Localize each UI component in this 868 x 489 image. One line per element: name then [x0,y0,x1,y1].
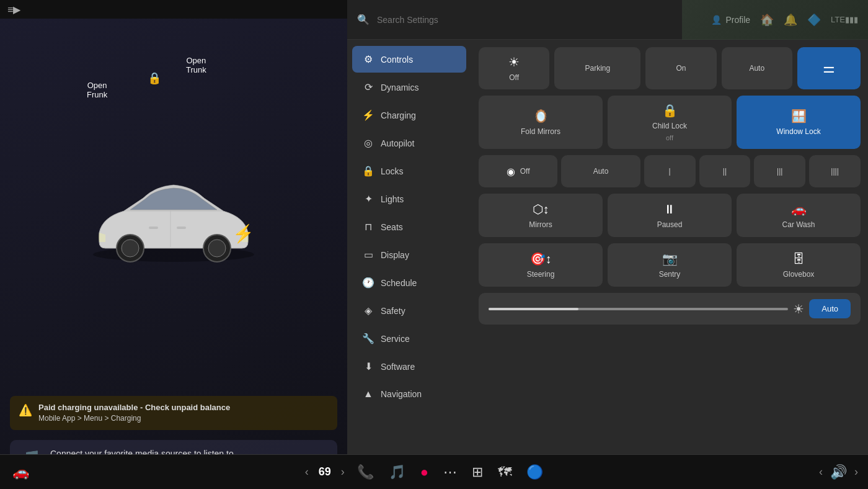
search-icon: 🔍 [357,14,370,25]
top-bar: ≡▶ [0,0,347,19]
search-input[interactable] [377,15,704,25]
wiper-speed1-btn[interactable]: | [644,155,696,187]
sidebar-item-navigation[interactable]: ▲ Navigation [352,381,466,407]
warning-banner: ⚠️ Paid charging unavailable - Check unp… [10,396,337,430]
vents-icon: ⚌ [823,60,835,76]
wiper-speed2-btn[interactable]: || [699,155,751,187]
wiper-row: ◉ Off Auto | || ||| |||| [479,155,861,187]
quick-actions-row1: ⬡↕ Mirrors ⏸ Paused 🚗 Car Wash [479,194,861,237]
glovebox-icon: 🗄 [792,252,805,266]
car-wash-icon: 🚗 [791,202,807,217]
phone-icon[interactable]: 📞 [355,462,376,483]
child-lock-icon: 🔒 [662,103,678,118]
window-lock-btn[interactable]: 🪟 Window Lock [737,96,861,149]
temp-prev-btn[interactable]: ‹ [305,465,309,478]
music-taskbar-icon[interactable]: 🎵 [386,462,408,483]
vents-icon-btn[interactable]: ⚌ [797,47,861,89]
left-panel: ≡▶ Open Trunk Open Frunk 🔒 [0,0,347,489]
display-icon: ▭ [362,249,374,261]
brightness-sun-icon: ☀ [793,302,804,316]
dynamics-label: Dynamics [381,83,418,92]
brightness-auto-btn[interactable]: Auto [809,299,851,318]
wiper-speed4-btn[interactable]: |||| [809,155,861,187]
service-label: Service [381,334,410,344]
quick-actions-row2: 🎯↕ Steering 📷 Sentry 🗄 Glovebox [479,243,861,287]
taskbar: 🚗 ‹ 69 › 📞 🎵 ● ⋯ ⊞ 🗺 🔵 ‹ 🔊 › [0,454,868,489]
steering-icon: 🎯↕ [530,251,552,266]
headlight-off-btn[interactable]: ☀ Off [479,47,549,89]
taskbar-right: ‹ 🔊 › [819,462,858,483]
open-trunk-label[interactable]: Open Trunk [186,56,206,74]
sidebar-item-dynamics[interactable]: ⟳ Dynamics [352,74,466,101]
safety-label: Safety [381,306,405,316]
headlight-on-btn[interactable]: On [645,47,716,89]
brightness-fill [489,308,578,310]
sidebar-item-charging[interactable]: ⚡ Charging [352,102,466,128]
locks-label: Locks [381,166,404,176]
sidebar-item-service[interactable]: 🔧 Service [352,325,466,352]
navigation-label: Navigation [381,389,422,399]
child-lock-btn[interactable]: 🔒 Child Lock off [608,96,732,149]
dynamics-icon: ⟳ [362,81,374,93]
software-label: Software [381,362,415,372]
headlight-row: ☀ Off Parking On Auto ⚌ [479,47,861,89]
autopilot-label: Autopilot [381,138,414,148]
mirrors-btn[interactable]: ⬡↕ Mirrors [479,194,603,237]
seats-label: Seats [381,222,403,232]
warning-icon: ⚠️ [19,403,32,417]
frunk-icon: 🔒 [148,71,161,85]
software-icon: ⬇ [362,361,374,372]
charging-badge: ⚡ [232,223,254,244]
car-wash-btn[interactable]: 🚗 Car Wash [737,194,861,237]
grid-icon[interactable]: ⊞ [469,462,485,483]
steering-btn[interactable]: 🎯↕ Steering [479,243,603,287]
sidebar-item-software[interactable]: ⬇ Software [352,353,466,380]
headlight-auto-btn[interactable]: Auto [722,47,792,89]
headlight-parking-btn[interactable]: Parking [554,47,640,89]
temp-next-btn[interactable]: › [341,465,345,478]
open-frunk-label[interactable]: Open Frunk [87,81,107,99]
glovebox-btn[interactable]: 🗄 Glovebox [737,243,861,287]
wiper-auto-btn[interactable]: Auto [561,155,640,187]
map-taskbar-icon[interactable]: 🗺 [495,462,514,483]
sentry-icon: 📷 [662,251,678,266]
sidebar-item-seats[interactable]: ⊓ Seats [352,213,466,240]
sidebar-item-locks[interactable]: 🔒 Locks [352,158,466,184]
fold-mirrors-icon: 🪞 [533,109,549,123]
car-area: Open Trunk Open Frunk 🔒 [0,19,347,391]
volume-prev-btn[interactable]: ‹ [819,465,823,478]
sidebar-nav: ⚙ Controls ⟳ Dynamics ⚡ Charging ◎ Autop… [347,40,471,454]
sidebar-item-autopilot[interactable]: ◎ Autopilot [352,130,466,156]
taskbar-left: 🚗 [10,462,32,483]
seats-icon: ⊓ [362,221,374,233]
main-content: ⚙ Controls ⟳ Dynamics ⚡ Charging ◎ Autop… [347,40,868,454]
brightness-slider[interactable] [489,308,788,310]
window-lock-icon: 🪟 [791,109,807,123]
mirror-lock-row: 🪞 Fold Mirrors 🔒 Child Lock off 🪟 Window… [479,96,861,149]
dots-icon[interactable]: ⋯ [441,462,459,483]
navigation-icon: ▲ [362,388,374,400]
charging-label: Charging [381,110,416,120]
car-taskbar-icon[interactable]: 🚗 [10,462,32,483]
paused-icon: ⏸ [663,202,676,217]
wiper-speed3-btn[interactable]: ||| [754,155,805,187]
volume-icon[interactable]: 🔊 [828,462,849,483]
volume-next-btn[interactable]: › [854,465,858,478]
bluetooth-taskbar-icon[interactable]: 🔵 [524,462,546,483]
wiper-off-icon: ◉ [507,166,515,177]
controls-panel: ☀ Off Parking On Auto ⚌ 🪞 [471,40,868,454]
sidebar-item-safety[interactable]: ◈ Safety [352,297,466,324]
brightness-row: ☀ Auto [479,293,861,325]
sidebar-item-display[interactable]: ▭ Display [352,241,466,268]
paused-btn[interactable]: ⏸ Paused [608,194,732,237]
fold-mirrors-btn[interactable]: 🪞 Fold Mirrors [479,96,603,149]
wiper-off-btn[interactable]: ◉ Off [479,155,557,187]
map-background [682,0,868,40]
warning-text: Paid charging unavailable - Check unpaid… [38,402,230,424]
sentry-btn[interactable]: 📷 Sentry [608,243,732,287]
tesla-icon[interactable]: ● [418,462,431,483]
sidebar-item-controls[interactable]: ⚙ Controls [352,46,466,73]
svg-point-2 [122,240,139,257]
sidebar-item-lights[interactable]: ✦ Lights [352,186,466,212]
sidebar-item-schedule[interactable]: 🕐 Schedule [352,269,466,296]
